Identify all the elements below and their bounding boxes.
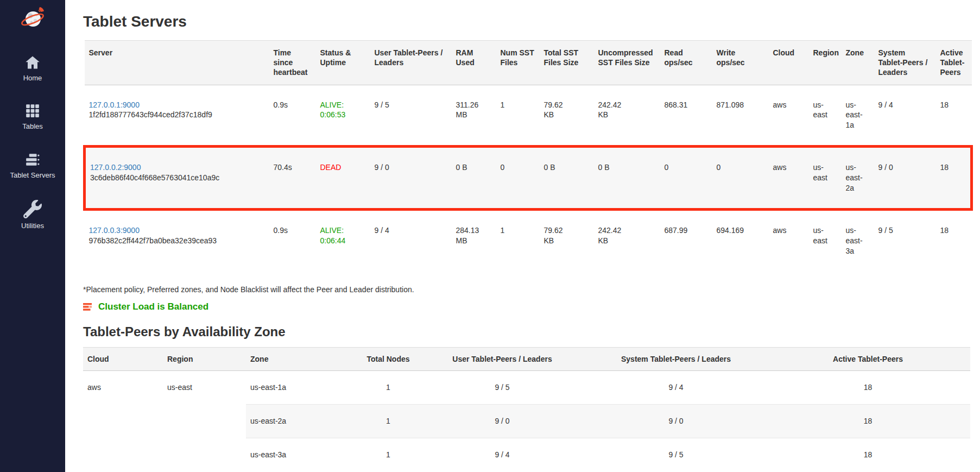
cell-write-ops: 694.169: [712, 209, 769, 270]
cell-read-ops: 868.31: [660, 85, 712, 147]
cell-write-ops: 0: [712, 147, 769, 210]
cell-uncompressed-sst: 242.42 KB: [594, 209, 660, 270]
tablet-servers-table: Server Time since heartbeat Status & Upt…: [83, 40, 973, 271]
cell-system-peers: 9 / 5: [874, 209, 936, 270]
cell-cloud: aws: [769, 85, 809, 147]
status-label: ALIVE:: [320, 226, 344, 235]
cell-heartbeat: 70.4s: [269, 147, 316, 210]
az-section-title: Tablet-Peers by Availability Zone: [83, 324, 980, 339]
cell-active-peers: 18: [766, 438, 970, 471]
total-sst-unit: KB: [544, 110, 590, 120]
total-sst-unit: KB: [544, 236, 590, 246]
server-uuid: 3c6deb86f40c4f668e5763041ce10a9c: [90, 173, 265, 183]
cell-uncompressed-sst: 0 B: [594, 147, 660, 210]
total-sst-value: 79.62: [544, 226, 563, 235]
sidebar-item-label: Tablet Servers: [10, 172, 55, 179]
cell-user-peers: 9 / 4: [418, 438, 586, 471]
sidebar-item-label: Utilities: [21, 222, 44, 230]
uncompressed-value: 242.42: [598, 100, 622, 109]
ram-unit: MB: [456, 236, 492, 246]
col-header-active-peers: Active Tablet-Peers: [936, 41, 972, 85]
servers-header-row: Server Time since heartbeat Status & Upt…: [85, 41, 972, 85]
cell-ram: 311.26 MB: [452, 85, 496, 147]
col-header-cloud: Cloud: [769, 41, 809, 85]
server-link[interactable]: 127.0.0.3:9000: [89, 226, 140, 235]
server-uuid: 976b382c2ff442f7ba0bea32e39cea93: [89, 236, 265, 246]
sidebar-item-tablet-servers[interactable]: Tablet Servers: [0, 152, 65, 179]
cell-ram: 0 B: [452, 147, 496, 210]
status-label: DEAD: [320, 163, 342, 172]
col-header-system-peers: System Tablet-Peers / Leaders: [874, 41, 936, 85]
col-header-cloud: Cloud: [83, 347, 163, 370]
az-row-us-east-1a: aws us-east us-east-1a 1 9 / 5 9 / 4 18: [83, 370, 970, 404]
cell-system-peers: 9 / 0: [586, 404, 766, 438]
col-header-ram: RAM Used: [452, 41, 496, 85]
cell-read-ops: 0: [660, 147, 712, 210]
cell-server: 127.0.0.2:9000 3c6deb86f40c4f668e5763041…: [85, 147, 269, 210]
page-title: Tablet Servers: [83, 13, 980, 30]
col-header-heartbeat: Time since heartbeat: [269, 41, 316, 85]
col-header-total-sst: Total SST Files Size: [540, 41, 594, 85]
main-content: Tablet Servers Server Time since heartbe…: [65, 0, 980, 471]
col-header-zone: Zone: [246, 347, 358, 370]
cell-status: DEAD: [316, 147, 370, 210]
server-uuid: 1f2fd188777643cf944ced2f37c18df9: [89, 110, 265, 120]
cell-status: ALIVE: 0:06:44: [316, 209, 370, 270]
tablet-servers-icon: [24, 152, 41, 168]
col-header-user-peers: User Tablet-Peers / Leaders: [418, 347, 586, 370]
cell-active-peers: 18: [936, 85, 972, 147]
cell-heartbeat: 0.9s: [269, 85, 316, 147]
cell-active-peers: 18: [766, 370, 970, 404]
sidebar-item-tables[interactable]: Tables: [0, 103, 65, 130]
sidebar-item-utilities[interactable]: Utilities: [0, 200, 65, 230]
utilities-wrench-icon: [23, 200, 42, 218]
server-link[interactable]: 127.0.0.1:9000: [89, 100, 140, 109]
cell-user-peers: 9 / 0: [370, 147, 452, 210]
cell-system-peers: 9 / 4: [874, 85, 936, 147]
server-row-1: 127.0.0.1:9000 1f2fd188777643cf944ced2f3…: [85, 85, 972, 147]
cell-cloud: aws: [769, 147, 809, 210]
cell-num-sst: 0: [496, 147, 540, 210]
cell-region: us-east: [809, 147, 842, 210]
cell-user-peers: 9 / 5: [370, 85, 452, 147]
cell-total-nodes: 1: [358, 438, 418, 471]
cell-total-sst: 79.62 KB: [540, 85, 594, 147]
cell-active-peers: 18: [936, 209, 972, 270]
cluster-load-text: Cluster Load is Balanced: [98, 301, 208, 312]
ram-unit: MB: [456, 110, 492, 120]
col-header-region: Region: [163, 347, 246, 370]
cell-heartbeat: 0.9s: [269, 209, 316, 270]
cell-total-nodes: 1: [358, 404, 418, 438]
cluster-load-status: Cluster Load is Balanced: [83, 301, 980, 312]
uncompressed-value: 242.42: [598, 226, 622, 235]
uptime-value: 0:06:53: [320, 110, 366, 120]
col-header-active-peers: Active Tablet-Peers: [766, 347, 970, 370]
yugabyte-logo[interactable]: [18, 4, 47, 33]
cell-region: us-east: [809, 209, 842, 270]
cell-zone: us-east-3a: [246, 438, 358, 471]
cell-num-sst: 1: [496, 209, 540, 270]
cell-cloud: aws: [769, 209, 809, 270]
cell-zone: us-east-2a: [246, 404, 358, 438]
uncompressed-unit: KB: [598, 236, 656, 246]
col-header-total-nodes: Total Nodes: [358, 347, 418, 370]
cell-uncompressed-sst: 242.42 KB: [594, 85, 660, 147]
uncompressed-unit: KB: [598, 110, 656, 120]
cell-total-sst: 79.62 KB: [540, 209, 594, 270]
cell-system-peers: 9 / 5: [586, 438, 766, 471]
cell-user-peers: 9 / 0: [418, 404, 586, 438]
cell-zone: us-east-1a: [246, 370, 358, 404]
cell-status: ALIVE: 0:06:53: [316, 85, 370, 147]
ram-value: 311.26: [456, 100, 479, 109]
sidebar-item-home[interactable]: Home: [0, 54, 65, 82]
tables-icon: [24, 103, 41, 119]
cell-total-nodes: 1: [358, 370, 418, 404]
cell-region: us-east: [163, 370, 246, 471]
server-link[interactable]: 127.0.0.2:9000: [90, 163, 141, 172]
col-header-uncompressed-sst: Uncompressed SST Files Size: [594, 41, 660, 85]
cell-system-peers: 9 / 4: [586, 370, 766, 404]
az-header-row: Cloud Region Zone Total Nodes User Table…: [83, 347, 970, 370]
server-row-3: 127.0.0.3:9000 976b382c2ff442f7ba0bea32e…: [85, 209, 972, 270]
col-header-status: Status & Uptime: [316, 41, 370, 85]
status-label: ALIVE:: [320, 100, 344, 109]
